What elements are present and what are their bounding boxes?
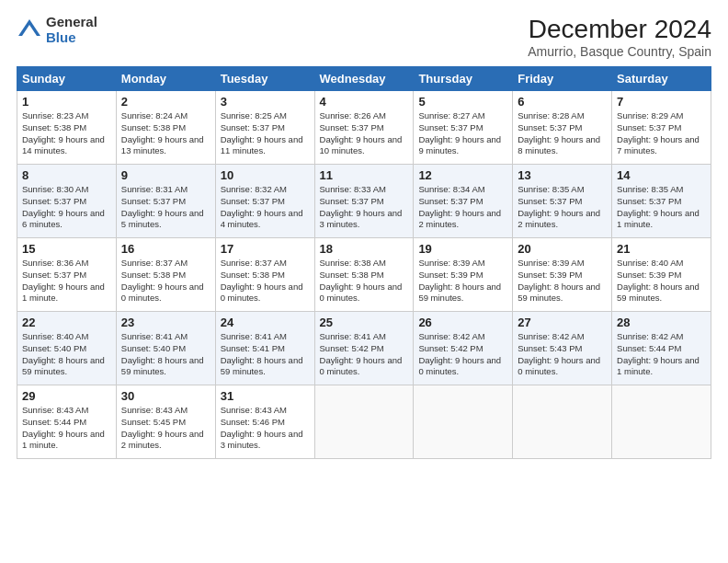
header: General Blue December 2024 Amurrio, Basq… <box>17 15 711 59</box>
cell-content-1: Sunrise: 8:23 AM Sunset: 5:38 PM Dayligh… <box>22 110 111 157</box>
day-cell-3: 3 Sunrise: 8:25 AM Sunset: 5:37 PM Dayli… <box>215 91 314 165</box>
day-number-3: 3 <box>221 95 310 109</box>
table-row: 29 Sunrise: 8:43 AM Sunset: 5:44 PM Dayl… <box>17 385 711 459</box>
table-row: 22 Sunrise: 8:40 AM Sunset: 5:40 PM Dayl… <box>17 312 711 385</box>
day-cell-24: 24 Sunrise: 8:41 AM Sunset: 5:41 PM Dayl… <box>215 312 314 385</box>
day-cell-16: 16 Sunrise: 8:37 AM Sunset: 5:38 PM Dayl… <box>116 238 215 312</box>
day-cell-22: 22 Sunrise: 8:40 AM Sunset: 5:40 PM Dayl… <box>17 312 117 385</box>
day-number-16: 16 <box>121 242 210 256</box>
cell-content-20: Sunrise: 8:39 AM Sunset: 5:39 PM Dayligh… <box>518 258 607 304</box>
day-cell-27: 27 Sunrise: 8:42 AM Sunset: 5:43 PM Dayl… <box>513 312 612 385</box>
cell-content-26: Sunrise: 8:42 AM Sunset: 5:42 PM Dayligh… <box>418 331 507 378</box>
day-number-9: 9 <box>121 168 210 182</box>
cell-content-5: Sunrise: 8:27 AM Sunset: 5:37 PM Dayligh… <box>418 110 507 157</box>
col-monday: Monday <box>116 67 215 91</box>
day-cell-14: 14 Sunrise: 8:35 AM Sunset: 5:37 PM Dayl… <box>612 165 711 238</box>
cell-content-8: Sunrise: 8:30 AM Sunset: 5:37 PM Dayligh… <box>22 184 111 231</box>
day-number-19: 19 <box>418 242 507 256</box>
day-cell-6: 6 Sunrise: 8:28 AM Sunset: 5:37 PM Dayli… <box>513 91 612 165</box>
col-sunday: Sunday <box>17 67 117 91</box>
day-cell-13: 13 Sunrise: 8:35 AM Sunset: 5:37 PM Dayl… <box>513 165 612 238</box>
day-cell-26: 26 Sunrise: 8:42 AM Sunset: 5:42 PM Dayl… <box>414 312 513 385</box>
logo-general-text: General <box>46 15 97 30</box>
cell-content-31: Sunrise: 8:43 AM Sunset: 5:46 PM Dayligh… <box>221 405 310 452</box>
day-number-12: 12 <box>418 168 507 182</box>
day-cell-18: 18 Sunrise: 8:38 AM Sunset: 5:38 PM Dayl… <box>314 238 414 312</box>
cell-content-9: Sunrise: 8:31 AM Sunset: 5:37 PM Dayligh… <box>121 184 210 231</box>
day-cell-10: 10 Sunrise: 8:32 AM Sunset: 5:37 PM Dayl… <box>215 165 314 238</box>
day-number-15: 15 <box>22 242 111 256</box>
cell-content-23: Sunrise: 8:41 AM Sunset: 5:40 PM Dayligh… <box>121 331 210 378</box>
day-cell-21: 21 Sunrise: 8:40 AM Sunset: 5:39 PM Dayl… <box>612 238 711 312</box>
empty-cell <box>612 385 711 459</box>
day-number-11: 11 <box>320 168 409 182</box>
day-number-31: 31 <box>221 389 310 403</box>
cell-content-13: Sunrise: 8:35 AM Sunset: 5:37 PM Dayligh… <box>518 184 607 231</box>
cell-content-10: Sunrise: 8:32 AM Sunset: 5:37 PM Dayligh… <box>221 184 310 231</box>
cell-content-17: Sunrise: 8:37 AM Sunset: 5:38 PM Dayligh… <box>221 258 310 304</box>
cell-content-11: Sunrise: 8:33 AM Sunset: 5:37 PM Dayligh… <box>320 184 409 231</box>
cell-content-2: Sunrise: 8:24 AM Sunset: 5:38 PM Dayligh… <box>121 110 210 157</box>
logo: General Blue <box>17 15 97 45</box>
cell-content-6: Sunrise: 8:28 AM Sunset: 5:37 PM Dayligh… <box>518 110 607 157</box>
cell-content-24: Sunrise: 8:41 AM Sunset: 5:41 PM Dayligh… <box>221 331 310 378</box>
day-number-27: 27 <box>518 316 607 329</box>
calendar-table: Sunday Monday Tuesday Wednesday Thursday… <box>17 66 711 459</box>
col-friday: Friday <box>513 67 612 91</box>
day-number-10: 10 <box>221 168 310 182</box>
day-cell-8: 8 Sunrise: 8:30 AM Sunset: 5:37 PM Dayli… <box>17 165 117 238</box>
cell-content-12: Sunrise: 8:34 AM Sunset: 5:37 PM Dayligh… <box>418 184 507 231</box>
day-number-8: 8 <box>22 168 111 182</box>
day-number-14: 14 <box>617 168 706 182</box>
cell-content-25: Sunrise: 8:41 AM Sunset: 5:42 PM Dayligh… <box>320 331 409 378</box>
day-cell-4: 4 Sunrise: 8:26 AM Sunset: 5:37 PM Dayli… <box>314 91 414 165</box>
table-row: 1 Sunrise: 8:23 AM Sunset: 5:38 PM Dayli… <box>17 91 711 165</box>
day-number-13: 13 <box>518 168 607 182</box>
col-wednesday: Wednesday <box>314 67 414 91</box>
page: General Blue December 2024 Amurrio, Basq… <box>0 0 728 563</box>
day-cell-23: 23 Sunrise: 8:41 AM Sunset: 5:40 PM Dayl… <box>116 312 215 385</box>
col-saturday: Saturday <box>612 67 711 91</box>
location: Amurrio, Basque Country, Spain <box>528 44 711 59</box>
cell-content-19: Sunrise: 8:39 AM Sunset: 5:39 PM Dayligh… <box>418 258 507 304</box>
day-cell-19: 19 Sunrise: 8:39 AM Sunset: 5:39 PM Dayl… <box>414 238 513 312</box>
day-number-28: 28 <box>617 316 706 329</box>
cell-content-22: Sunrise: 8:40 AM Sunset: 5:40 PM Dayligh… <box>22 331 111 378</box>
day-cell-5: 5 Sunrise: 8:27 AM Sunset: 5:37 PM Dayli… <box>414 91 513 165</box>
cell-content-28: Sunrise: 8:42 AM Sunset: 5:44 PM Dayligh… <box>617 331 706 378</box>
cell-content-30: Sunrise: 8:43 AM Sunset: 5:45 PM Dayligh… <box>121 405 210 452</box>
cell-content-15: Sunrise: 8:36 AM Sunset: 5:37 PM Dayligh… <box>22 258 111 304</box>
table-row: 15 Sunrise: 8:36 AM Sunset: 5:37 PM Dayl… <box>17 238 711 312</box>
day-number-6: 6 <box>518 95 607 109</box>
day-cell-20: 20 Sunrise: 8:39 AM Sunset: 5:39 PM Dayl… <box>513 238 612 312</box>
cell-content-21: Sunrise: 8:40 AM Sunset: 5:39 PM Dayligh… <box>617 258 706 304</box>
logo-blue-text: Blue <box>46 30 97 46</box>
empty-cell <box>314 385 414 459</box>
day-number-23: 23 <box>121 316 210 329</box>
day-number-7: 7 <box>617 95 706 109</box>
header-row: Sunday Monday Tuesday Wednesday Thursday… <box>17 67 711 91</box>
day-cell-1: 1 Sunrise: 8:23 AM Sunset: 5:38 PM Dayli… <box>17 91 117 165</box>
day-number-25: 25 <box>320 316 409 329</box>
logo-text: General Blue <box>46 15 97 45</box>
cell-content-27: Sunrise: 8:42 AM Sunset: 5:43 PM Dayligh… <box>518 331 607 378</box>
day-cell-30: 30 Sunrise: 8:43 AM Sunset: 5:45 PM Dayl… <box>116 385 215 459</box>
day-cell-28: 28 Sunrise: 8:42 AM Sunset: 5:44 PM Dayl… <box>612 312 711 385</box>
day-cell-29: 29 Sunrise: 8:43 AM Sunset: 5:44 PM Dayl… <box>17 385 117 459</box>
day-number-5: 5 <box>418 95 507 109</box>
day-number-17: 17 <box>221 242 310 256</box>
day-number-22: 22 <box>22 316 111 329</box>
day-cell-9: 9 Sunrise: 8:31 AM Sunset: 5:37 PM Dayli… <box>116 165 215 238</box>
table-row: 8 Sunrise: 8:30 AM Sunset: 5:37 PM Dayli… <box>17 165 711 238</box>
day-number-20: 20 <box>518 242 607 256</box>
col-thursday: Thursday <box>414 67 513 91</box>
day-number-30: 30 <box>121 389 210 403</box>
cell-content-18: Sunrise: 8:38 AM Sunset: 5:38 PM Dayligh… <box>320 258 409 304</box>
day-number-2: 2 <box>121 95 210 109</box>
day-cell-17: 17 Sunrise: 8:37 AM Sunset: 5:38 PM Dayl… <box>215 238 314 312</box>
title-block: December 2024 Amurrio, Basque Country, S… <box>528 15 711 59</box>
month-title: December 2024 <box>528 15 711 44</box>
day-cell-12: 12 Sunrise: 8:34 AM Sunset: 5:37 PM Dayl… <box>414 165 513 238</box>
day-number-26: 26 <box>418 316 507 329</box>
day-number-21: 21 <box>617 242 706 256</box>
